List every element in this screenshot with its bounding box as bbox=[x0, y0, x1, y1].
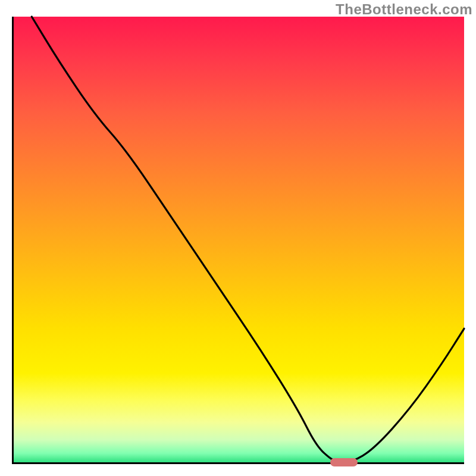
watermark-text: TheBottleneck.com bbox=[336, 1, 472, 18]
curve-layer bbox=[14, 17, 464, 462]
optimal-marker bbox=[330, 458, 358, 466]
figure: TheBottleneck.com bbox=[0, 0, 476, 476]
bottleneck-curve-path bbox=[32, 17, 464, 462]
plot-area bbox=[12, 17, 464, 464]
